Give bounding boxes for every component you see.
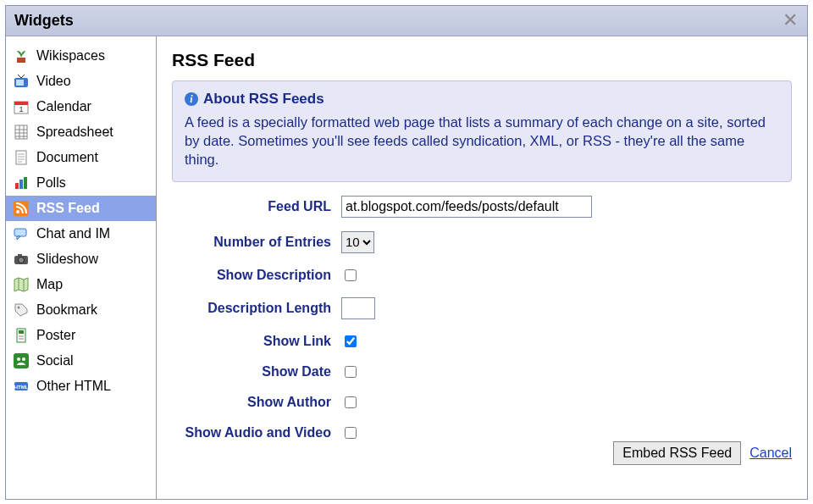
sidebar-item-label: Video [36,74,71,89]
dialog-body: WikispacesVideo1CalendarSpreadsheetDocum… [6,36,807,499]
show-av-checkbox[interactable] [345,427,357,439]
page-title: RSS Feed [172,50,792,70]
num-entries-select[interactable]: 10 [341,231,374,253]
svg-rect-38 [14,353,29,368]
sidebar-item-label: Other HTML [36,379,111,394]
row-feed-url: Feed URL [172,196,792,218]
svg-rect-24 [14,229,26,236]
close-icon[interactable]: ✕ [780,11,800,31]
sidebar-item-label: Calendar [36,99,91,114]
show-av-label: Show Audio and Video [172,425,341,440]
svg-marker-32 [15,304,27,316]
sidebar-item-label: Wikispaces [36,48,105,64]
sheet-icon [13,124,30,141]
svg-marker-25 [17,236,20,240]
about-title: About RSS Feeds [203,90,324,109]
sidebar-item-label: Polls [36,175,66,191]
sidebar-item-poster[interactable]: Poster [6,323,156,348]
svg-point-23 [16,210,19,213]
show-date-label: Show Date [172,364,341,379]
svg-text:1: 1 [19,105,23,114]
svg-line-3 [18,75,21,78]
html-icon: HTML [13,378,30,395]
show-description-checkbox[interactable] [345,269,357,281]
cancel-link[interactable]: Cancel [749,446,792,461]
sidebar-item-calendar[interactable]: 1Calendar [6,94,156,119]
sidebar: WikispacesVideo1CalendarSpreadsheetDocum… [6,36,157,499]
sidebar-item-spreadsheet[interactable]: Spreadsheet [6,119,156,145]
about-box: i About RSS Feeds A feed is a specially … [172,80,792,182]
plant-icon [13,47,30,64]
main-panel: RSS Feed i About RSS Feeds A feed is a s… [157,36,807,499]
svg-point-33 [18,307,20,309]
row-num-entries: Number of Entries 10 [172,231,792,253]
sidebar-item-bookmark[interactable]: Bookmark [6,297,156,323]
row-show-date: Show Date [172,363,792,380]
description-length-input[interactable] [341,297,375,319]
svg-line-4 [21,75,25,78]
svg-rect-28 [18,254,22,257]
sidebar-item-label: Document [36,150,98,165]
feed-url-label: Feed URL [172,199,341,214]
dialog-title: Widgets [14,12,74,30]
info-icon: i [185,92,198,106]
sidebar-item-document[interactable]: Document [6,145,156,170]
show-author-label: Show Author [172,395,341,410]
sidebar-item-map[interactable]: Map [6,272,156,297]
description-length-label: Description Length [172,301,341,316]
show-author-checkbox[interactable] [345,396,357,408]
svg-rect-0 [17,58,25,63]
footer: Embed RSS Feed Cancel [613,441,792,465]
show-link-label: Show Link [172,334,341,349]
sidebar-item-other-html[interactable]: HTMLOther HTML [6,374,156,399]
row-show-av: Show Audio and Video [172,424,792,441]
feed-url-input[interactable] [341,196,592,218]
show-description-label: Show Description [172,268,341,283]
row-show-author: Show Author [172,394,792,411]
sidebar-item-wikispaces[interactable]: Wikispaces [6,43,156,69]
row-show-description: Show Description [172,267,792,284]
svg-rect-19 [15,183,19,189]
svg-rect-20 [19,180,23,189]
show-date-checkbox[interactable] [345,366,357,378]
rss-icon [13,200,30,217]
sidebar-item-video[interactable]: Video [6,69,156,94]
titlebar: Widgets ✕ [6,6,807,36]
doc-icon [13,149,30,166]
sidebar-item-polls[interactable]: Polls [6,170,156,196]
sidebar-item-social[interactable]: Social [6,348,156,374]
svg-text:HTML: HTML [14,385,29,390]
sidebar-item-label: Spreadsheet [36,125,113,140]
row-description-length: Description Length [172,297,792,319]
tv-icon [13,73,30,90]
sidebar-item-label: Bookmark [36,302,97,318]
chat-icon [13,225,30,242]
about-title-row: i About RSS Feeds [185,90,779,109]
sidebar-item-label: Social [36,353,74,368]
bars-icon [13,174,30,191]
poster-icon [13,327,30,344]
embed-button[interactable]: Embed RSS Feed [613,441,741,465]
social-icon [13,352,30,369]
camera-icon [13,251,30,268]
tag-icon [13,302,30,318]
svg-rect-35 [19,330,24,334]
svg-rect-21 [24,177,27,189]
map-icon [13,276,30,293]
svg-rect-14 [16,151,26,164]
sidebar-item-label: RSS Feed [36,201,100,216]
sidebar-item-label: Chat and IM [36,226,110,241]
svg-rect-2 [16,80,24,86]
widgets-dialog: Widgets ✕ WikispacesVideo1CalendarSpread… [5,5,808,500]
calendar-icon: 1 [13,98,30,115]
sidebar-item-label: Slideshow [36,252,98,267]
sidebar-item-chat-and-im[interactable]: Chat and IM [6,221,156,246]
show-link-checkbox[interactable] [345,335,357,347]
sidebar-item-label: Poster [36,328,75,343]
sidebar-item-slideshow[interactable]: Slideshow [6,246,156,272]
svg-point-27 [19,258,25,263]
svg-marker-29 [14,278,28,291]
sidebar-item-rss-feed[interactable]: RSS Feed [6,196,156,221]
svg-point-39 [17,357,20,361]
sidebar-item-label: Map [36,277,63,292]
